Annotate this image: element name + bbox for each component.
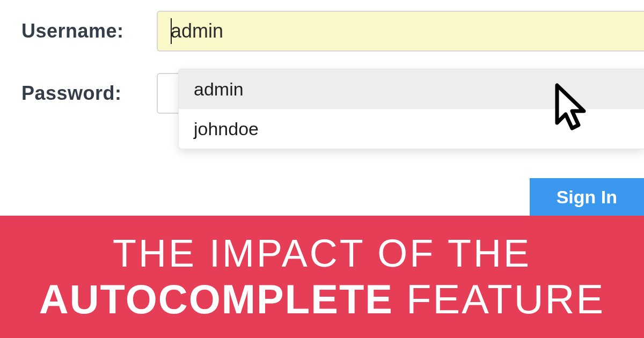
title-banner: THE IMPACT OF THE AUTOCOMPLETE FEATURE: [0, 216, 644, 338]
username-row: Username:: [21, 11, 644, 52]
username-input[interactable]: [157, 11, 644, 52]
sign-in-label: Sign In: [557, 187, 617, 208]
text-caret: [171, 18, 172, 44]
login-form: Username: Password: admin johndoe: [21, 11, 644, 135]
cursor-icon: [553, 83, 590, 139]
banner-rest: FEATURE: [393, 276, 605, 322]
sign-in-button[interactable]: Sign In: [530, 178, 644, 216]
banner-line-2: AUTOCOMPLETE FEATURE: [39, 276, 605, 322]
password-label: Password:: [21, 82, 157, 105]
username-input-wrap: [157, 11, 644, 52]
username-label: Username:: [21, 20, 157, 42]
banner-line-1: THE IMPACT OF THE: [113, 231, 531, 276]
banner-bold-word: AUTOCOMPLETE: [39, 276, 393, 322]
